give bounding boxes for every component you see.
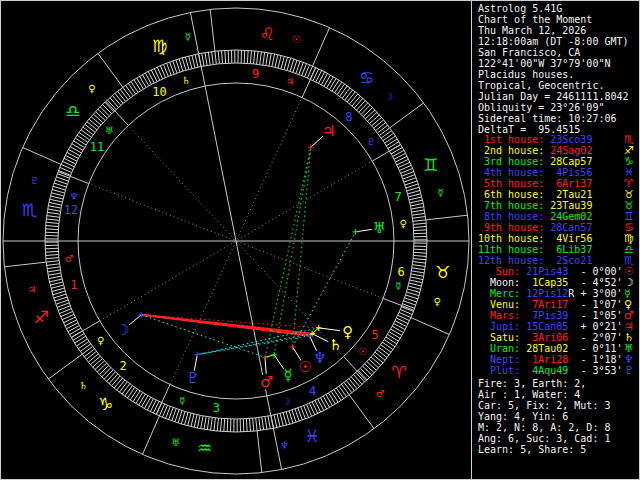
- house-row: 2nd house: 24Sag02♐: [478, 145, 592, 156]
- house-cusp-lines: [3, 13, 469, 470]
- info-line: Thu March 12, 2026: [478, 25, 629, 36]
- planet-glyphs: ☉☽☿♀♂♃♄♅♆♇: [115, 122, 388, 391]
- svg-text:♄: ♄: [329, 336, 342, 354]
- planet-glyph-icon: ♇: [624, 365, 634, 376]
- stats-line: Fire: 3, Earth: 2,: [478, 378, 610, 389]
- svg-text:♐: ♐: [34, 307, 49, 327]
- aspect-lines: [141, 147, 355, 357]
- svg-text:♆: ♆: [313, 349, 326, 367]
- svg-text:♅: ♅: [171, 437, 180, 448]
- svg-text:☽: ☽: [116, 321, 129, 339]
- svg-text:♀: ♀: [434, 296, 441, 307]
- info-line: 122°41'00"W 37°79'00"N: [478, 58, 629, 69]
- house-row: 3rd house: 28Cap57♑: [478, 156, 592, 167]
- svg-text:♂: ♂: [260, 373, 273, 391]
- panel-divider: [471, 0, 472, 480]
- svg-text:♀: ♀: [88, 83, 95, 94]
- astrolog-window: ♈♂♉♀♊☿♋☽♌☉♍☿♎♀♏♇♐♃♑♄♒♅♓♆1♂2♀3☿4☽5☉6☿7♀8♇…: [0, 0, 640, 480]
- info-line: San Francisco, CA: [478, 47, 629, 58]
- house-row: 1st house: 23Sco39♏: [478, 134, 592, 145]
- svg-text:♑: ♑: [98, 394, 113, 414]
- svg-text:11: 11: [90, 140, 104, 154]
- svg-text:♅: ♅: [105, 125, 114, 136]
- planet-row: Sun: 21Pis43 - 0°00'☉: [478, 266, 623, 277]
- svg-text:8: 8: [345, 110, 352, 124]
- svg-text:☿: ☿: [184, 31, 190, 42]
- stats-line: M: 2, N: 8, A: 2, D: 8: [478, 422, 610, 433]
- svg-text:☿: ☿: [395, 280, 401, 291]
- svg-text:7: 7: [394, 190, 401, 204]
- stats-line: Car: 5, Fix: 2, Mut: 3: [478, 400, 610, 411]
- svg-text:♃: ♃: [322, 122, 335, 140]
- svg-text:9: 9: [252, 67, 259, 81]
- wheel-chart-area: ♈♂♉♀♊☿♋☽♌☉♍☿♎♀♏♇♐♃♑♄♒♅♓♆1♂2♀3☿4☽5☉6☿7♀8♇…: [0, 0, 471, 480]
- svg-text:♎: ♎: [65, 101, 80, 121]
- planet-row: Satu: 3Ari06 - 2°07'♄: [478, 332, 623, 343]
- svg-text:10: 10: [152, 85, 166, 99]
- house-row: 7th house: 23Tau39♉: [478, 200, 592, 211]
- info-line: 12:18:00am (DT -8:00 GMT): [478, 36, 629, 47]
- svg-text:♌: ♌: [260, 24, 275, 44]
- svg-text:☿: ☿: [283, 366, 292, 384]
- svg-text:♈: ♈: [392, 362, 407, 382]
- svg-text:2: 2: [120, 359, 127, 373]
- house-row: 5th house: 6Ari37♈: [478, 178, 592, 189]
- planet-row: Venu: 7Ari17 - 1°07'♀: [478, 299, 623, 310]
- svg-text:♋: ♋: [359, 68, 374, 88]
- svg-text:☽: ☽: [281, 396, 290, 407]
- svg-text:4: 4: [309, 384, 316, 398]
- svg-text:♀: ♀: [399, 218, 406, 229]
- info-line: Astrolog 5.41G: [478, 3, 629, 14]
- planet-row: Jupi: 15Can05 + 0°21'♃: [478, 321, 623, 332]
- chart-info-block: Astrolog 5.41GChart of the MomentThu Mar…: [478, 3, 629, 135]
- house-row: 8th house: 24Gem02♊: [478, 211, 592, 222]
- house-row: 9th house: 28Can57♋: [478, 222, 592, 233]
- svg-text:♄: ♄: [182, 75, 191, 86]
- svg-text:6: 6: [397, 265, 404, 279]
- stats-line: Yang: 4, Yin: 6: [478, 411, 610, 422]
- svg-text:♇: ♇: [186, 369, 199, 387]
- svg-text:☉: ☉: [299, 358, 312, 376]
- svg-text:12: 12: [64, 203, 78, 217]
- svg-text:♅: ♅: [373, 219, 386, 237]
- planet-row: Moon: 1Cap35 - 4°52'☽: [478, 277, 623, 288]
- svg-text:♏: ♏: [22, 200, 37, 220]
- svg-text:☽: ☽: [384, 91, 393, 102]
- planet-row: Merc: 12Pis12R + 3°00'☿: [478, 288, 623, 299]
- house-row: 12th house: 2Sco21♏: [478, 255, 592, 266]
- svg-text:♃: ♃: [285, 76, 294, 87]
- info-line: Chart of the Moment: [478, 14, 629, 25]
- svg-text:☉: ☉: [358, 346, 367, 357]
- svg-text:♉: ♉: [435, 262, 450, 282]
- stats-line: Ang: 6, Suc: 3, Cad: 1: [478, 433, 610, 444]
- svg-text:♆: ♆: [280, 440, 289, 451]
- svg-text:♃: ♃: [27, 284, 36, 295]
- svg-text:3: 3: [213, 401, 220, 415]
- house-row: 6th house: 2Tau21♉: [478, 189, 592, 200]
- svg-text:☉: ☉: [292, 34, 301, 45]
- info-line: Sidereal time: 10:27:06: [478, 113, 629, 124]
- houses-table: 1st house: 23Sco39♏ 2nd house: 24Sag02♐ …: [478, 134, 592, 266]
- house-row: 11th house: 6Lib37♎: [478, 244, 592, 255]
- house-row: 4th house: 4Pis56♓: [478, 167, 592, 178]
- info-line: Placidus houses.: [478, 69, 629, 80]
- info-line: Julian Day = 2461111.8042: [478, 91, 629, 102]
- svg-text:♒: ♒: [197, 438, 212, 458]
- planet-row: Plut: 4Aqu49 - 3°53'♇: [478, 365, 623, 376]
- svg-text:♓: ♓: [304, 426, 319, 446]
- svg-text:♀: ♀: [97, 335, 104, 346]
- info-line: Tropical, Geocentric.: [478, 80, 629, 91]
- info-line: Obliquity = 23°26'09": [478, 102, 629, 113]
- svg-text:☿: ☿: [179, 395, 185, 406]
- svg-text:1: 1: [70, 278, 77, 292]
- svg-text:♇: ♇: [367, 136, 376, 147]
- astrology-wheel: ♈♂♉♀♊☿♋☽♌☉♍☿♎♀♏♇♐♃♑♄♒♅♓♆1♂2♀3☿4☽5☉6☿7♀8♇…: [0, 0, 471, 480]
- stats-block: Fire: 3, Earth: 2,Air : 1, Water: 4Car: …: [478, 378, 610, 455]
- svg-text:♇: ♇: [30, 175, 39, 186]
- svg-text:♊: ♊: [423, 155, 438, 175]
- planets-table: Sun: 21Pis43 - 0°00'☉ Moon: 1Cap35 - 4°5…: [478, 266, 623, 376]
- svg-text:♀: ♀: [342, 323, 353, 341]
- planet-row: Nept: 1Ari28 - 1°18'♆: [478, 354, 623, 365]
- svg-text:♄: ♄: [79, 380, 88, 391]
- svg-text:♂: ♂: [64, 253, 73, 264]
